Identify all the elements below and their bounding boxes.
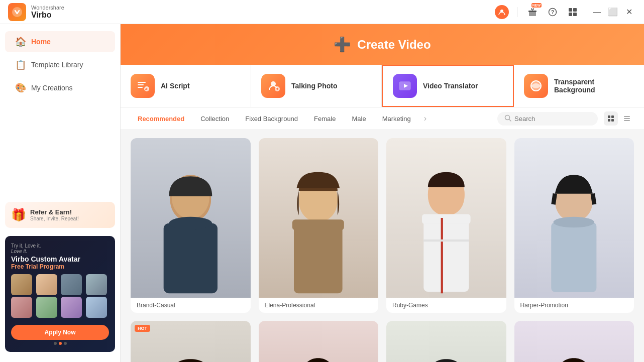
avatar-card-brandt[interactable]: Brandt-Casual bbox=[131, 138, 251, 313]
separator bbox=[517, 7, 517, 17]
dot-1 bbox=[54, 342, 57, 345]
create-video-banner[interactable]: ➕ Create Video bbox=[121, 24, 644, 65]
promo-avatar-5 bbox=[11, 297, 32, 318]
filter-tab-recommended[interactable]: Recommended bbox=[131, 112, 191, 125]
sidebar-item-my-creations[interactable]: 🎨 My Creations bbox=[5, 77, 115, 98]
main-layout: 🏠 Home 📋 Template Library 🎨 My Creations… bbox=[0, 24, 644, 362]
refer-icon: 🎁 bbox=[11, 208, 26, 222]
refer-earn-promo[interactable]: 🎁 Refer & Earn! Share, Invite, Repeat! bbox=[5, 202, 115, 228]
transparent-bg-label: Transparent Background bbox=[554, 78, 634, 94]
create-video-icon: ➕ bbox=[334, 36, 351, 53]
promo-try-text: Try it, Love it. bbox=[11, 243, 109, 249]
grid-icon[interactable] bbox=[566, 5, 580, 19]
sidebar-item-template-library[interactable]: 📋 Template Library bbox=[5, 54, 115, 75]
svg-rect-23 bbox=[608, 115, 610, 118]
promo-avatar-7 bbox=[61, 297, 82, 318]
title-bar: Wondershare Virbo NEW ? bbox=[0, 0, 644, 24]
apply-now-button[interactable]: Apply Now bbox=[11, 325, 109, 340]
create-video-title: Create Video bbox=[357, 38, 431, 52]
promo-avatar-8 bbox=[86, 297, 107, 318]
svg-point-44 bbox=[554, 217, 595, 227]
filter-tab-male[interactable]: Male bbox=[345, 112, 373, 125]
avatar-card-elena[interactable]: Elena-Professional bbox=[259, 138, 379, 313]
view-toggle bbox=[604, 111, 634, 126]
talking-photo-icon bbox=[261, 74, 285, 98]
user-avatar-icon[interactable] bbox=[495, 5, 509, 19]
template-library-icon: 📋 bbox=[15, 59, 26, 70]
promo-love-text: Love it. bbox=[11, 249, 109, 254]
filter-tab-collection[interactable]: Collection bbox=[193, 112, 236, 125]
promo-dots bbox=[11, 342, 109, 345]
refer-subtitle: Share, Invite, Repeat! bbox=[30, 216, 79, 221]
svg-text:?: ? bbox=[551, 10, 554, 15]
grid-view-button[interactable] bbox=[604, 111, 618, 126]
promo-avatar-grid bbox=[11, 274, 109, 318]
close-button[interactable]: ✕ bbox=[622, 5, 636, 19]
avatar-name-harper: Harper-Promotion bbox=[514, 298, 634, 313]
content-area: ➕ Create Video AI AI Script bbox=[121, 24, 644, 362]
svg-rect-43 bbox=[552, 222, 597, 292]
filter-tab-marketing[interactable]: Marketing bbox=[375, 112, 418, 125]
avatar-card-6[interactable] bbox=[259, 321, 379, 362]
app-name: Virbo bbox=[31, 11, 64, 20]
feature-card-video-translator[interactable]: Video Translator bbox=[382, 65, 514, 107]
restore-button[interactable]: ⬜ bbox=[606, 5, 620, 19]
search-icon bbox=[504, 114, 511, 123]
app-logo bbox=[8, 3, 26, 21]
svg-rect-24 bbox=[611, 115, 614, 118]
sidebar-item-home-label: Home bbox=[31, 38, 51, 46]
gift-icon[interactable]: NEW bbox=[525, 5, 540, 19]
filter-bar: Recommended Collection Fixed Background … bbox=[121, 107, 644, 130]
avatar-card-5[interactable]: HOT bbox=[131, 321, 251, 362]
avatar-card-harper[interactable]: Harper-Promotion bbox=[514, 138, 634, 313]
svg-text:AI: AI bbox=[145, 87, 149, 91]
refer-title: Refer & Earn! bbox=[30, 208, 79, 216]
ai-script-icon: AI bbox=[131, 74, 155, 98]
sidebar: 🏠 Home 📋 Template Library 🎨 My Creations… bbox=[0, 24, 121, 362]
filter-search-box[interactable] bbox=[497, 112, 598, 126]
promo-virbo-title: Virbo Custom Avatar bbox=[11, 255, 109, 263]
avatar-name-ruby: Ruby-Games bbox=[386, 298, 506, 313]
avatar-card-7[interactable] bbox=[386, 321, 506, 362]
hot-badge: HOT bbox=[135, 325, 150, 332]
svg-rect-25 bbox=[608, 119, 610, 122]
promo-avatar-2 bbox=[36, 274, 57, 295]
svg-rect-11 bbox=[138, 84, 144, 85]
sidebar-item-creations-label: My Creations bbox=[31, 84, 72, 92]
svg-rect-35 bbox=[294, 223, 343, 294]
filter-tab-fixed-background[interactable]: Fixed Background bbox=[238, 112, 305, 125]
feature-card-talking-photo[interactable]: Talking Photo bbox=[251, 65, 382, 107]
svg-line-22 bbox=[509, 119, 511, 121]
svg-rect-41 bbox=[423, 239, 469, 242]
search-input[interactable] bbox=[514, 115, 585, 123]
avatar-grid: Brandt-Casual bbox=[131, 138, 634, 362]
svg-rect-26 bbox=[611, 119, 614, 122]
titlebar-controls: NEW ? — ⬜ ✕ bbox=[495, 5, 636, 19]
sidebar-item-home[interactable]: 🏠 Home bbox=[5, 31, 115, 52]
custom-avatar-promo[interactable]: Try it, Love it. Love it. Virbo Custom A… bbox=[5, 236, 115, 352]
promo-avatar-6 bbox=[36, 297, 57, 318]
minimize-button[interactable]: — bbox=[590, 5, 604, 19]
svg-rect-32 bbox=[164, 223, 218, 294]
filter-tab-female[interactable]: Female bbox=[307, 112, 343, 125]
feature-cards: AI AI Script Talking Photo bbox=[121, 65, 644, 107]
svg-rect-3 bbox=[528, 11, 536, 12]
promo-free-text: Free Trial Program bbox=[11, 263, 109, 270]
svg-rect-28 bbox=[624, 118, 630, 119]
feature-card-ai-script[interactable]: AI AI Script bbox=[121, 65, 251, 107]
feature-card-transparent-bg[interactable]: Transparent Background bbox=[514, 65, 644, 107]
svg-rect-29 bbox=[624, 120, 630, 121]
my-creations-icon: 🎨 bbox=[15, 82, 26, 93]
video-translator-label: Video Translator bbox=[423, 82, 478, 90]
avatar-card-8[interactable] bbox=[514, 321, 634, 362]
filter-more-button[interactable]: › bbox=[420, 112, 431, 125]
promo-avatar-3 bbox=[61, 274, 82, 295]
list-view-button[interactable] bbox=[620, 111, 634, 126]
help-icon[interactable]: ? bbox=[546, 5, 560, 19]
avatar-card-ruby[interactable]: Ruby-Games bbox=[386, 138, 506, 313]
video-translator-icon bbox=[393, 74, 417, 98]
transparent-bg-icon bbox=[524, 74, 548, 98]
svg-rect-38 bbox=[423, 216, 469, 292]
svg-rect-6 bbox=[569, 8, 572, 12]
home-icon: 🏠 bbox=[15, 36, 26, 47]
